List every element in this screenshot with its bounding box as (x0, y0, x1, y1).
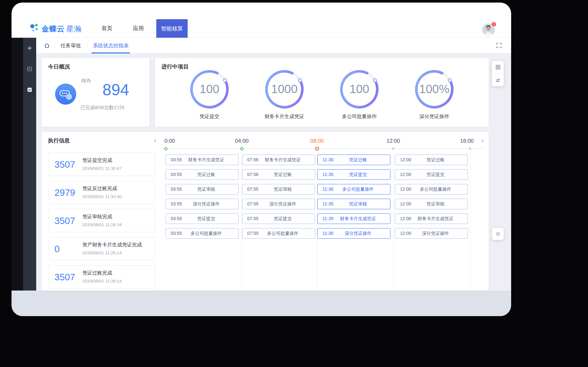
event-card[interactable]: 12:00凭证过账 (395, 155, 468, 165)
list-item[interactable]: 3507 凭证过账完成2019/08/01 11:26:14 (49, 265, 155, 289)
tab-system-status-active[interactable]: 系统状态控指表 (87, 38, 134, 53)
list-item[interactable]: 3507 凭证审核完成2019/08/01 11:26:34 (49, 209, 155, 232)
main-column: 任务审批 系统状态控指表 今日概况 (36, 38, 511, 291)
event-card[interactable]: 07:55深分凭证操作 (242, 199, 315, 209)
swap-icon[interactable] (492, 74, 504, 86)
progress-ring-split-voucher: 100% 深分凭证操作 (401, 68, 468, 120)
dashboard-content: 今日概况 待办 894 已完成829/总数1725 (36, 53, 511, 291)
event-card-current[interactable]: 11:35凭证提交 (317, 169, 390, 180)
event-name: 凭证审核 (329, 199, 388, 209)
ring-value: 100 (188, 68, 231, 110)
progress-ring-voucher-submit: 100 凭证提交 (176, 68, 243, 120)
ring-label: 财务卡片生成凭证 (265, 113, 304, 120)
layout-grid-icon[interactable] (492, 61, 504, 74)
timeline-next-icon[interactable]: › (481, 137, 484, 144)
list-item[interactable]: 3507 凭证提交完成2019/08/01 11:30:47 (49, 153, 155, 176)
event-card[interactable]: 03:55凭证过账 (166, 169, 239, 180)
event-name: 深分凭证操作 (329, 228, 388, 238)
list-item-title: 凭证审核完成 (82, 214, 112, 219)
axis-label-0800-current: 08:00 (310, 138, 324, 144)
event-card[interactable]: 03:55多公司批量操作 (166, 228, 239, 239)
timeline-dot-gray (469, 148, 471, 150)
user-avatar[interactable]: 3 (482, 23, 495, 36)
event-name: 凭证过账 (329, 155, 388, 164)
nav-item-home[interactable]: 首页 (102, 19, 112, 38)
list-item-count: 2979 (54, 187, 75, 198)
event-card[interactable]: 03:55财务卡片生成凭证 (166, 155, 239, 165)
event-name: 财务卡片生成凭证 (177, 155, 236, 164)
event-card[interactable]: 03:55凭证审核 (166, 184, 239, 195)
todo-card-icon (55, 84, 76, 105)
event-card[interactable]: 12:00财务卡片生成凭证 (395, 213, 468, 224)
tab-task-approval[interactable]: 任务审批 (55, 38, 86, 53)
tab-bar: 任务审批 系统状态控指表 (36, 38, 511, 53)
list-item[interactable]: 2979 凭证反过账完成2019/08/01 11:30:40 (49, 181, 155, 204)
brand-name-bold: 金蝶云 (42, 25, 65, 33)
list-item[interactable]: 0 资产财务卡片生成凭证完成2019/08/01 11:26:14 (49, 237, 155, 260)
event-card[interactable]: 12:00凭证审核 (395, 199, 468, 209)
task-check-icon[interactable] (27, 86, 33, 93)
event-name: 凭证过账 (406, 155, 465, 164)
execution-summary-list: 3507 凭证提交完成2019/08/01 11:30:47 2979 凭证反过… (49, 153, 155, 293)
event-name: 凭证审核 (177, 184, 236, 194)
brand-name-light: 星瀚 (66, 25, 82, 33)
event-card-current[interactable]: 11:35凭证审核 (317, 199, 390, 209)
app-window: 金蝶云星瀚 首页 应用 智能核算 3 (12, 3, 511, 316)
list-item-count: 3507 (54, 159, 75, 170)
event-name: 凭证提交 (406, 170, 465, 179)
execution-timeline: ‹ › 0:00 04:00 08:00 12:00 16:00 (162, 132, 485, 291)
event-name: 凭证审核 (406, 199, 465, 209)
timeline-column-1: 03:55财务卡片生成凭证 03:55凭证过账 03:55凭证审核 03:55深… (166, 155, 239, 239)
progress-rings: 100 凭证提交 1000 (176, 68, 468, 120)
event-card-current[interactable]: 11:30多公司批量操作 (317, 184, 390, 195)
timeline-column-3-current: 11:30凭证过账 11:35凭证提交 11:30多公司批量操作 11:35凭证… (317, 155, 390, 239)
event-name: 凭证提交 (177, 214, 236, 223)
brand-logo[interactable]: 金蝶云星瀚 (29, 22, 82, 35)
event-card[interactable]: 07:55多公司批量操作 (242, 228, 315, 239)
list-item-timestamp: 2019/08/01 11:26:14 (82, 279, 153, 283)
fullscreen-icon[interactable] (496, 42, 502, 49)
todo-count: 894 (102, 81, 129, 99)
brand-logo-icon (29, 22, 39, 35)
event-card[interactable]: 07:56财务卡片生成凭证 (242, 155, 315, 165)
event-card[interactable]: 07:55凭证提交 (242, 213, 315, 224)
notification-badge[interactable]: 3 (491, 21, 497, 27)
event-card[interactable]: 07:56凭证过账 (242, 169, 315, 180)
app-header: 金蝶云星瀚 首页 应用 智能核算 3 (12, 3, 511, 38)
form-list-icon[interactable] (27, 66, 33, 72)
event-name: 深分凭证操作 (253, 199, 312, 209)
menu-icon[interactable] (492, 228, 504, 240)
event-name: 凭证过账 (177, 170, 236, 179)
in-progress-projects-card: 进行中项目 100 凭证提交 (155, 58, 489, 127)
list-item-timestamp: 2019/08/01 11:26:14 (82, 251, 153, 255)
event-card[interactable]: 03:55深分凭证操作 (166, 199, 239, 209)
event-card-current[interactable]: 11:30凭证过账 (317, 155, 390, 165)
column-divider (393, 150, 394, 288)
event-name: 财务卡片生成凭证 (406, 214, 465, 223)
icon-sidebar (23, 38, 36, 291)
add-icon[interactable] (27, 45, 33, 51)
list-item-count: 3507 (54, 215, 75, 226)
event-card[interactable]: 12:00深分凭证操作 (395, 228, 468, 239)
event-card[interactable]: 07:55凭证审核 (242, 184, 315, 195)
nav-item-apps[interactable]: 应用 (133, 19, 144, 38)
nav-item-smart-accounting-active[interactable]: 智能核算 (156, 19, 188, 38)
event-card[interactable]: 12:00多公司批量操作 (395, 184, 468, 195)
event-name: 凭证提交 (329, 170, 388, 179)
progress-ring-batch-ops: 100 多公司批量操作 (326, 68, 393, 120)
timeline-prev-icon[interactable]: ‹ (154, 137, 156, 144)
event-name: 深分凭证操作 (177, 199, 236, 209)
list-item-title: 凭证反过账完成 (82, 186, 117, 191)
list-item-timestamp: 2019/08/01 11:30:47 (82, 166, 153, 171)
todo-label: 待办 (81, 78, 91, 84)
axis-label-1600: 16:00 (460, 138, 474, 144)
list-item-title: 凭证过账完成 (82, 270, 112, 275)
execution-info-card: 执行信息 3507 凭证提交完成2019/08/01 11:30:47 2979… (42, 132, 489, 291)
event-card[interactable]: 03:55凭证提交 (166, 213, 239, 224)
event-card[interactable]: 12:00凭证提交 (395, 169, 468, 180)
home-tab-icon[interactable] (44, 43, 50, 49)
event-name: 深分凭证操作 (406, 228, 465, 238)
event-card-current[interactable]: 11:30深分凭证操作 (317, 228, 390, 239)
event-card-current[interactable]: 11:26财务卡片生成凭证 (317, 213, 390, 224)
ring-value: 100% (413, 68, 455, 110)
